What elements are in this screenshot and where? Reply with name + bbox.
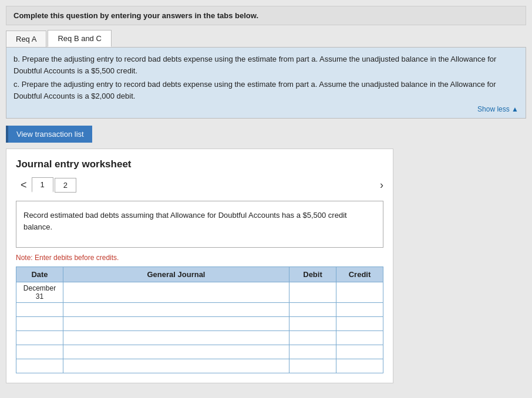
table-row — [16, 345, 383, 359]
journal-cell[interactable] — [63, 359, 289, 373]
journal-cell[interactable] — [63, 317, 289, 331]
debit-input[interactable] — [289, 317, 336, 330]
instruction-bar: Complete this question by entering your … — [6, 6, 526, 25]
journal-input[interactable] — [63, 317, 289, 330]
debit-input[interactable] — [289, 331, 336, 345]
col-header-debit: Debit — [289, 267, 336, 282]
worksheet-container: Journal entry worksheet < 1 2 › Record e… — [6, 149, 393, 383]
table-row: December31 — [16, 282, 383, 303]
paragraph-c: c. Prepare the adjusting entry to record… — [14, 79, 518, 102]
date-cell: December31 — [16, 282, 63, 303]
credit-cell[interactable] — [336, 359, 383, 373]
journal-input[interactable] — [63, 282, 289, 302]
show-less-link[interactable]: Show less ▲ — [14, 104, 518, 114]
credit-cell[interactable] — [336, 303, 383, 317]
credit-input[interactable] — [336, 317, 383, 330]
next-button[interactable]: › — [380, 179, 383, 191]
debit-cell[interactable] — [289, 331, 336, 345]
tab-req-bc[interactable]: Req B and C — [48, 30, 111, 47]
credit-cell[interactable] — [336, 282, 383, 303]
debit-cell[interactable] — [289, 359, 336, 373]
date-cell — [16, 303, 63, 317]
journal-cell[interactable] — [63, 331, 289, 345]
debit-cell[interactable] — [289, 303, 336, 317]
debit-input[interactable] — [289, 345, 336, 359]
instruction-text: Complete this question by entering your … — [14, 11, 258, 20]
journal-input[interactable] — [63, 359, 289, 373]
journal-input[interactable] — [63, 331, 289, 345]
note-text: Note: Enter debits before credits. — [16, 254, 383, 262]
prev-button[interactable]: < — [16, 179, 32, 191]
col-header-date: Date — [16, 267, 63, 282]
debit-input[interactable] — [289, 282, 336, 302]
tab-req-a[interactable]: Req A — [6, 31, 46, 47]
journal-cell[interactable] — [63, 282, 289, 303]
date-cell — [16, 345, 63, 359]
date-cell — [16, 317, 63, 331]
credit-input[interactable] — [336, 359, 383, 373]
credit-cell[interactable] — [336, 317, 383, 331]
journal-cell[interactable] — [63, 345, 289, 359]
credit-cell[interactable] — [336, 345, 383, 359]
debit-cell[interactable] — [289, 317, 336, 331]
table-row — [16, 317, 383, 331]
table-row — [16, 303, 383, 317]
nav-row: < 1 2 › — [16, 177, 383, 193]
credit-input[interactable] — [336, 282, 383, 302]
credit-input[interactable] — [336, 331, 383, 345]
content-area: b. Prepare the adjusting entry to record… — [6, 47, 526, 119]
credit-cell[interactable] — [336, 331, 383, 345]
journal-input[interactable] — [63, 303, 289, 316]
journal-input[interactable] — [63, 345, 289, 359]
debit-input[interactable] — [289, 303, 336, 316]
date-cell — [16, 359, 63, 373]
debit-cell[interactable] — [289, 345, 336, 359]
view-transaction-button[interactable]: View transaction list — [6, 126, 92, 143]
table-row — [16, 359, 383, 373]
tabs-row: Req A Req B and C — [6, 30, 526, 47]
journal-table: Date General Journal Debit Credit Decemb… — [16, 267, 383, 373]
page-tab-2[interactable]: 2 — [55, 178, 76, 193]
page-tab-1[interactable]: 1 — [32, 177, 53, 193]
col-header-journal: General Journal — [63, 267, 289, 282]
description-box: Record estimated bad debts assuming that… — [16, 201, 383, 248]
journal-cell[interactable] — [63, 303, 289, 317]
paragraph-b: b. Prepare the adjusting entry to record… — [14, 53, 518, 76]
credit-input[interactable] — [336, 345, 383, 359]
worksheet-title: Journal entry worksheet — [16, 158, 383, 170]
date-cell — [16, 331, 63, 345]
credit-input[interactable] — [336, 303, 383, 316]
debit-cell[interactable] — [289, 282, 336, 303]
col-header-credit: Credit — [336, 267, 383, 282]
debit-input[interactable] — [289, 359, 336, 373]
table-row — [16, 331, 383, 345]
outer-container: Complete this question by entering your … — [0, 0, 532, 398]
